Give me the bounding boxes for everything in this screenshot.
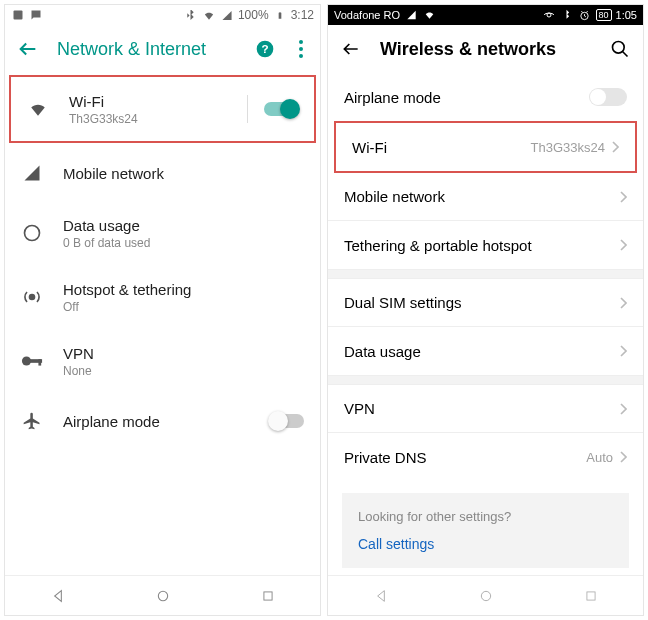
battery-percent: 80 — [596, 9, 612, 21]
data-usage-row[interactable]: Data usage — [328, 327, 643, 375]
page-title: Network & Internet — [57, 39, 236, 60]
other-settings-hint: Looking for other settings? — [358, 509, 613, 524]
wifi-value: Th3G33ks24 — [531, 140, 605, 155]
vpn-label: VPN — [63, 345, 304, 362]
tethering-row[interactable]: Tethering & portable hotspot — [328, 221, 643, 269]
svg-rect-10 — [38, 359, 41, 365]
battery-percent: 100% — [238, 8, 269, 22]
svg-rect-17 — [586, 591, 594, 599]
data-sublabel: 0 B of data used — [63, 236, 304, 250]
settings-list: Airplane mode Wi-Fi Th3G33ks24 — [328, 73, 643, 575]
data-usage-row[interactable]: Data usage 0 B of data used — [5, 201, 320, 265]
svg-text:?: ? — [261, 42, 268, 55]
status-bar: 100% 3:12 — [5, 5, 320, 25]
bluetooth-icon — [184, 8, 198, 22]
airplane-row[interactable]: Airplane mode — [328, 73, 643, 121]
nav-back-icon[interactable] — [372, 587, 390, 605]
signal-icon — [220, 8, 234, 22]
nav-bar — [5, 575, 320, 615]
hotspot-icon — [21, 287, 43, 307]
phone-stock-android: 100% 3:12 Network & Internet ? — [4, 4, 321, 616]
wifi-row[interactable]: Wi-Fi Th3G33ks24 — [11, 77, 314, 141]
help-icon[interactable]: ? — [254, 38, 276, 60]
wifi-row-highlight: Wi-Fi Th3G33ks24 — [334, 121, 637, 173]
wifi-row-highlight: Wi-Fi Th3G33ks24 — [9, 75, 316, 143]
data-label: Data usage — [63, 217, 304, 234]
settings-list: Wi-Fi Th3G33ks24 Mobile network — [5, 73, 320, 575]
chevron-right-icon — [619, 451, 627, 463]
clock-text: 1:05 — [616, 9, 637, 21]
more-icon[interactable] — [294, 38, 308, 60]
dns-label: Private DNS — [344, 449, 427, 466]
other-settings-box: Looking for other settings? Call setting… — [342, 493, 629, 568]
back-icon[interactable] — [17, 38, 39, 60]
nav-home-icon[interactable] — [154, 587, 172, 605]
svg-point-6 — [25, 226, 40, 241]
vpn-row[interactable]: VPN None — [5, 329, 320, 393]
nav-recent-icon[interactable] — [582, 587, 600, 605]
wifi-sublabel: Th3G33ks24 — [69, 112, 227, 126]
phone-emui: Vodafone RO 80 1:05 — [327, 4, 644, 616]
wifi-label: Wi-Fi — [69, 93, 227, 110]
wifi-toggle[interactable] — [264, 102, 298, 116]
airplane-icon — [21, 411, 43, 431]
back-icon[interactable] — [340, 38, 362, 60]
battery-icon — [273, 8, 287, 22]
chevron-right-icon — [619, 403, 627, 415]
svg-point-3 — [299, 40, 303, 44]
svg-point-4 — [299, 47, 303, 51]
svg-point-15 — [613, 42, 625, 54]
dualsim-label: Dual SIM settings — [344, 294, 462, 311]
chevron-right-icon — [619, 297, 627, 309]
page-title: Wireless & networks — [380, 39, 591, 60]
private-dns-row[interactable]: Private DNS Auto — [328, 433, 643, 481]
tethering-label: Tethering & portable hotspot — [344, 237, 532, 254]
clock-text: 3:12 — [291, 8, 314, 22]
chevron-right-icon — [619, 345, 627, 357]
carrier-text: Vodafone RO — [334, 9, 400, 21]
mobile-label: Mobile network — [63, 165, 304, 182]
section-divider — [328, 269, 643, 279]
vpn-label: VPN — [344, 400, 375, 417]
hotspot-row[interactable]: Hotspot & tethering Off — [5, 265, 320, 329]
eye-comfort-icon — [542, 8, 556, 22]
data-usage-icon — [21, 223, 43, 243]
signal-icon — [404, 8, 418, 22]
airplane-toggle[interactable] — [270, 414, 304, 428]
airplane-label: Airplane mode — [344, 89, 441, 106]
divider — [247, 95, 248, 123]
vpn-key-icon — [21, 354, 43, 368]
bluetooth-icon — [560, 8, 574, 22]
nav-back-icon[interactable] — [49, 587, 67, 605]
mobile-network-row[interactable]: Mobile network — [5, 145, 320, 201]
notification-icon — [11, 8, 25, 22]
wifi-icon — [422, 8, 436, 22]
dns-value: Auto — [586, 450, 613, 465]
chevron-right-icon — [619, 239, 627, 251]
airplane-toggle[interactable] — [589, 88, 627, 106]
wifi-label: Wi-Fi — [352, 139, 387, 156]
nav-home-icon[interactable] — [477, 587, 495, 605]
hotspot-label: Hotspot & tethering — [63, 281, 304, 298]
notification-icon — [29, 8, 43, 22]
hotspot-sublabel: Off — [63, 300, 304, 314]
svg-point-11 — [158, 591, 167, 600]
nav-recent-icon[interactable] — [259, 587, 277, 605]
svg-point-7 — [30, 295, 35, 300]
vpn-sublabel: None — [63, 364, 304, 378]
dual-sim-row[interactable]: Dual SIM settings — [328, 279, 643, 327]
vpn-row[interactable]: VPN — [328, 385, 643, 433]
status-bar: Vodafone RO 80 1:05 — [328, 5, 643, 25]
airplane-row[interactable]: Airplane mode — [5, 393, 320, 449]
mobile-network-row[interactable]: Mobile network — [328, 173, 643, 221]
call-settings-link[interactable]: Call settings — [358, 536, 613, 552]
svg-rect-0 — [14, 11, 23, 20]
svg-point-16 — [481, 591, 490, 600]
wifi-icon — [202, 8, 216, 22]
wifi-row[interactable]: Wi-Fi Th3G33ks24 — [336, 123, 635, 171]
mobile-label: Mobile network — [344, 188, 445, 205]
svg-point-5 — [299, 54, 303, 58]
search-icon[interactable] — [609, 38, 631, 60]
app-header: Wireless & networks — [328, 25, 643, 73]
nav-bar — [328, 575, 643, 615]
